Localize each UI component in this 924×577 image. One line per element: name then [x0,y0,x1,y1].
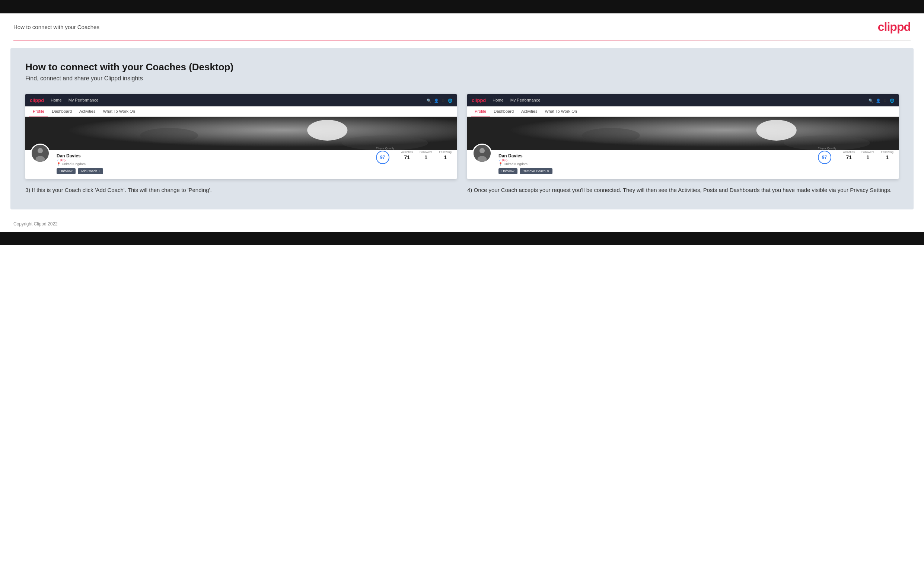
profile-name-left: Dan Davies [57,153,103,158]
stat-followers-left: Followers 1 [420,150,432,160]
tab-activities-right[interactable]: Activities [517,106,541,116]
profile-buttons-left: Unfollow Add Coach [57,168,103,174]
mock-nav-home-left: Home [51,98,61,102]
stat-following-left: Following 1 [439,150,452,160]
tab-dashboard-left[interactable]: Dashboard [48,106,76,116]
main-subtitle: Find, connect and share your Clippd insi… [25,75,899,82]
copyright: Copyright Clippd 2022 [13,221,58,227]
user-icon-right [876,97,880,103]
svg-point-6 [36,156,45,163]
search-icon [426,97,431,103]
stat-activities-right: Activities 71 [843,150,855,160]
tab-profile-right[interactable]: Profile [471,106,490,116]
main-title: How to connect with your Coaches (Deskto… [25,61,899,73]
top-bar [0,0,924,13]
stat-following-right: Following 1 [881,150,893,160]
unfollow-button-left[interactable]: Unfollow [57,168,76,174]
screenshot-right: clippd Home My Performance Profile Dashb… [467,94,899,179]
pin-icon-right: 📍 [499,162,502,166]
header: How to connect with your Coaches clippd [0,13,924,40]
plus-icon [98,169,100,173]
profile-buttons-right: Unfollow Remove Coach [499,168,552,174]
profile-name-right: Dan Davies [499,153,552,158]
globe-icon-right [890,97,894,103]
check-icon [57,158,59,162]
caption-right: 4) Once your Coach accepts your request … [467,186,899,195]
mock-nav-icons-right [869,97,894,103]
mock-nav-performance-right: My Performance [510,98,541,102]
user-icon [434,97,439,103]
quality-circle-right: 97 [818,151,831,164]
mock-tabs-right: Profile Dashboard Activities What To Wor… [467,106,899,117]
main-content: How to connect with your Coaches (Deskto… [10,48,914,210]
mock-profile-info-right: Dan Davies Pro 📍 United Kingdom Unfollow [499,143,552,174]
avatar-left [31,143,50,163]
avatar-svg-left [32,143,49,163]
page-title: How to connect with your Coaches [13,24,99,30]
stat-quality-right: Player Quality 97 [818,147,837,164]
mock-profile-section-left: Dan Davies Pro 📍 United Kingdom Unfollow [25,140,457,179]
avatar-right [472,143,492,163]
bottom-bar [0,232,924,245]
logo: clippd [878,20,911,34]
mock-nav-performance-left: My Performance [68,98,99,102]
mock-tabs-left: Profile Dashboard Activities What To Wor… [25,106,457,117]
search-icon-right [869,97,873,103]
caption-left: 3) If this is your Coach click 'Add Coac… [25,186,457,195]
mock-nav-home-right: Home [493,98,503,102]
screenshot-left: clippd Home My Performance Profile Dashb… [25,94,457,179]
column-right: clippd Home My Performance Profile Dashb… [467,94,899,195]
footer: Copyright Clippd 2022 [0,216,924,232]
profile-location-right: 📍 United Kingdom [499,162,552,166]
x-icon [547,169,549,173]
mock-stats-left: Player Quality 97 Activities 71 Follower… [376,143,452,164]
column-left: clippd Home My Performance Profile Dashb… [25,94,457,195]
remove-coach-button-right[interactable]: Remove Coach [520,168,552,174]
tab-whattoworkon-right[interactable]: What To Work On [541,106,580,116]
quality-circle-left: 97 [376,151,389,164]
gear-icon-right [884,97,887,103]
tab-activities-left[interactable]: Activities [76,106,99,116]
avatar-svg-right [473,143,491,163]
mock-profile-section-right: Dan Davies Pro 📍 United Kingdom Unfollow [467,140,899,179]
stat-activities-left: Activities 71 [401,150,413,160]
svg-point-12 [480,148,485,153]
mock-stats-right: Player Quality 97 Activities 71 Follower… [818,143,893,164]
stat-followers-right: Followers 1 [861,150,874,160]
mock-nav-icons-left [426,97,452,103]
svg-point-5 [37,148,43,153]
profile-badge-left: Pro [57,158,103,162]
gear-icon [441,97,445,103]
pin-icon: 📍 [57,162,61,166]
svg-point-13 [478,156,487,163]
globe-icon [448,97,452,103]
columns: clippd Home My Performance Profile Dashb… [25,94,899,195]
tab-dashboard-right[interactable]: Dashboard [490,106,517,116]
stat-quality-left: Player Quality 97 [376,147,395,164]
unfollow-button-right[interactable]: Unfollow [499,168,517,174]
mock-navbar-left: clippd Home My Performance [25,94,457,106]
header-divider [13,40,911,41]
mock-logo-right: clippd [472,97,486,103]
tab-profile-left[interactable]: Profile [29,106,48,116]
mock-navbar-right: clippd Home My Performance [467,94,899,106]
check-icon-right [499,158,501,162]
add-coach-button-left[interactable]: Add Coach [78,168,103,174]
tab-whattoworkon-left[interactable]: What To Work On [99,106,139,116]
profile-badge-right: Pro [499,158,552,162]
mock-logo-left: clippd [30,97,44,103]
mock-profile-info-left: Dan Davies Pro 📍 United Kingdom Unfollow [57,143,103,174]
profile-location-left: 📍 United Kingdom [57,162,103,166]
